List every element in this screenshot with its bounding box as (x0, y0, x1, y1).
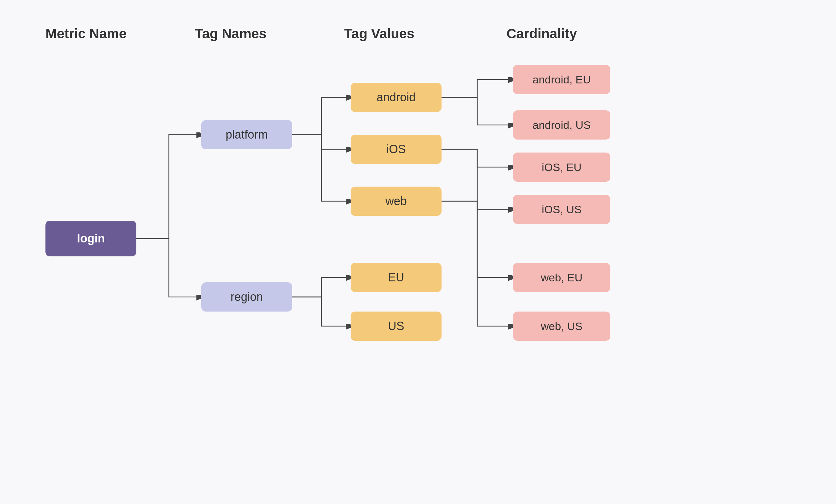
header-tag-values: Tag Values (344, 26, 414, 41)
tag-value-node-ios: iOS (350, 135, 441, 164)
cardinality-node-ios-us: iOS, US (513, 195, 610, 224)
cardinality-node-android-us: android, US (513, 110, 610, 139)
tag-value-node-us: US (350, 312, 441, 341)
tag-value-node-eu: EU (350, 263, 441, 292)
cardinality-node-ios-eu: iOS, EU (513, 153, 610, 182)
tag-name-node-region: region (201, 282, 292, 312)
cardinality-node-web-eu: web, EU (513, 263, 610, 292)
tag-value-node-web: web (350, 187, 441, 216)
tag-name-node-platform: platform (201, 120, 292, 149)
header-metric-name: Metric Name (45, 26, 127, 41)
tag-value-node-android: android (350, 83, 441, 112)
diagram-container: Metric Name Tag Names Tag Values Cardina… (0, 0, 836, 504)
cardinality-node-web-us: web, US (513, 312, 610, 341)
header-cardinality: Cardinality (507, 26, 577, 41)
metric-node-login: login (45, 221, 136, 256)
header-tag-names: Tag Names (195, 26, 267, 41)
cardinality-node-android-eu: android, EU (513, 65, 610, 94)
